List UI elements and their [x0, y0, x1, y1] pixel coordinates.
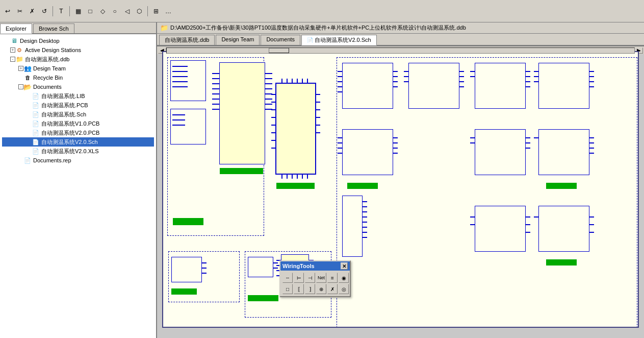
doc-tab-1[interactable]: Design Team [216, 35, 260, 45]
tree-item-file5[interactable]: 📄 自动测温系统V2.0.PCB [2, 128, 154, 137]
icon-file3: 📄 [32, 110, 40, 118]
wire-4 [172, 81, 188, 82]
mcu-pin-t2 [287, 79, 288, 84]
comp-m1-pin-r1 [393, 137, 398, 138]
tree-item-file3[interactable]: 📄 自动测温系统.Sch [2, 110, 154, 119]
wiring-tools-buttons: ╌ ⊢ ⊣ Net ≡ ◉ □ ⟦ ⟧ ⊕ ✗ ◎ [280, 271, 350, 296]
mcu-pin-b5 [302, 174, 303, 179]
scrollbar-thumb[interactable] [269, 48, 289, 53]
toolbar-btn-hex[interactable]: ⬡ [134, 6, 145, 17]
comp-r4-pin-r1 [589, 71, 594, 72]
wiring-tool-wire[interactable]: ╌ [282, 273, 293, 283]
icon-file1: 📄 [32, 92, 40, 100]
toolbar-btn-1[interactable]: ✂ [14, 6, 25, 17]
wire-8 [172, 125, 185, 126]
toolbar-sep-3 [147, 6, 148, 16]
wiring-tools-close[interactable]: ✕ [341, 262, 348, 270]
toolbar-btn-3[interactable]: ↺ [39, 6, 50, 17]
doc-tab-3[interactable]: 📄自动测温系统V2.0.Sch [301, 35, 377, 45]
toolbar-btn-more[interactable]: … [163, 6, 174, 17]
comp-b1-pin-r1 [525, 216, 530, 218]
icon-file7: 📄 [32, 147, 40, 155]
toolbar-btn-grid[interactable]: ▦ [72, 6, 84, 17]
tree-item-documents[interactable]: - 📂 Documents [2, 82, 154, 91]
wiring-tool-junction[interactable]: ⊕ [316, 284, 326, 294]
sch-section-bottom-left [168, 251, 240, 302]
tree-item-design-team[interactable]: + 👥 Design Team [2, 64, 154, 73]
comp-m1-pin-r3 [393, 148, 398, 149]
comp-b2-pin1 [534, 216, 539, 218]
ic-pin-r1 [265, 73, 272, 74]
comp-bc1 [248, 257, 273, 277]
comp-r3-pin-r4 [525, 86, 530, 87]
comp-r2-pin-r4 [459, 86, 464, 87]
tree-item-recycle-bin[interactable]: 🗑 Recycle Bin [2, 73, 154, 82]
mcu-pin-r4 [315, 117, 320, 118]
ic-pin-l5 [212, 93, 220, 94]
comp-b2 [538, 206, 589, 252]
comp-m1-pin3 [338, 148, 343, 149]
comp-r1-pin5 [338, 91, 343, 92]
wiring-tool-net[interactable]: Net [316, 273, 326, 283]
comp-m2-pin2 [470, 142, 475, 143]
wiring-tool-bus-entry-left[interactable]: ⊢ [294, 273, 304, 283]
doc-tabs: 自动测温系统.ddb Design Team Documents 📄自动测温系统… [157, 34, 644, 46]
wiring-tool-power[interactable]: ◉ [339, 273, 349, 283]
tree-item-db-file[interactable]: - 📁 自动测温系统.ddb [2, 55, 154, 64]
expand-design-desktop [2, 37, 10, 45]
expand-file4 [27, 119, 32, 128]
mcu-pin-l5 [271, 125, 276, 126]
comp-r4-pin-r2 [589, 76, 594, 77]
toolbar-btn-text[interactable]: T [56, 6, 67, 17]
tree-item-docs-rep[interactable]: 📄 Documents.rep [2, 156, 154, 165]
icon-docs-rep: 📄 [23, 156, 32, 164]
tab-explorer[interactable]: Explorer [0, 23, 32, 34]
wiring-tool-right-bracket[interactable]: ⟧ [305, 284, 315, 294]
label-file5: 自动测温系统V2.0.PCB [41, 129, 99, 137]
ic-pin-l7 [212, 104, 220, 105]
tree-item-design-desktop[interactable]: 🖥 Design Desktop [2, 36, 154, 45]
tree-item-file4[interactable]: 📄 自动测温系统V1.0.PCB [2, 119, 154, 128]
comp-r3-pin-r2 [525, 76, 530, 77]
wiring-tool-left-bracket[interactable]: ⟦ [294, 284, 304, 294]
icon-documents: 📂 [23, 83, 32, 91]
expand-recycle [18, 74, 23, 82]
path-text: D:\AMD2500+工作备份\新美\30路PT100温度数据自动采集硬件+单片… [170, 24, 466, 32]
wiring-tool-bus-entry-right[interactable]: ⊣ [305, 273, 315, 283]
comp-r1 [342, 63, 393, 109]
schematic-canvas[interactable] [162, 51, 639, 328]
tree-item-file7[interactable]: 📄 自动测温系统V2.0.XLS [2, 147, 154, 156]
comp-r2-pin-r2 [459, 76, 464, 77]
toolbar-btn-triangle[interactable]: ◁ [121, 6, 133, 17]
toolbar-btn-rect[interactable]: □ [85, 6, 96, 17]
comp-r4-pin3 [534, 81, 539, 82]
toolbar-btn-2[interactable]: ✗ [27, 6, 38, 17]
toolbar-btn-matrix[interactable]: ⊞ [150, 6, 162, 17]
comp-r1-pin3 [338, 81, 343, 82]
toolbar-btn-diamond[interactable]: ◇ [97, 6, 108, 17]
tree-item-file2[interactable]: 📄 自动测温系统.PCB [2, 101, 154, 110]
doc-tab-2[interactable]: Documents [261, 35, 300, 45]
wiring-tool-part[interactable]: □ [282, 284, 293, 294]
doc-tab-3-icon: 📄 [307, 37, 313, 43]
path-bar: 📁 D:\AMD2500+工作备份\新美\30路PT100温度数据自动采集硬件+… [157, 22, 644, 34]
comp-b1-pin-r2 [525, 224, 530, 225]
tree-item-active-stations[interactable]: + ⚙ Active Design Stations [2, 45, 154, 55]
ic-pin-r7 [265, 104, 272, 105]
toolbar-btn-circle[interactable]: ○ [109, 6, 120, 17]
tree-item-file6[interactable]: 📄 自动测温系统V2.0.Sch [2, 137, 154, 147]
toolbar-btn-0[interactable]: ↩ [2, 6, 13, 17]
comp-r2-pin-r1 [459, 71, 464, 72]
expand-docs-rep [18, 156, 23, 164]
doc-tab-0[interactable]: 自动测温系统.ddb [159, 35, 215, 45]
label-documents: Documents [33, 84, 62, 90]
tree-item-file1[interactable]: 📄 自动测温系统.LIB [2, 91, 154, 101]
left-tab-bar: Explorer Browse Sch [0, 22, 156, 34]
wiring-tool-bus[interactable]: ≡ [327, 273, 338, 283]
wiring-tool-no-connect[interactable]: ◎ [339, 284, 349, 294]
comp-m2-pin1 [470, 137, 475, 138]
right-panel: 📁 D:\AMD2500+工作备份\新美\30路PT100温度数据自动采集硬件+… [157, 22, 644, 338]
ic-pin-r6 [265, 99, 272, 100]
tab-browse-sch[interactable]: Browse Sch [33, 23, 74, 33]
wiring-tool-delete[interactable]: ✗ [327, 284, 338, 294]
